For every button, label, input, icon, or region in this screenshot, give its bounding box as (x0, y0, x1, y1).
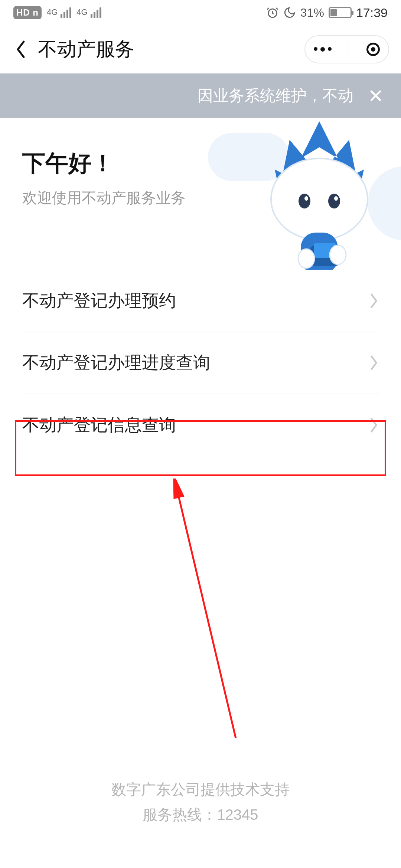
footer: 数字广东公司提供技术支持 服务热线：12345 (0, 777, 401, 827)
miniprogram-capsule (304, 35, 389, 63)
list-item-info-query[interactable]: 不动产登记信息查询 (22, 394, 379, 456)
chevron-right-icon (369, 293, 379, 309)
signal-2: 4G (76, 7, 101, 18)
signal-bars-icon (61, 7, 71, 18)
chevron-left-icon (15, 40, 27, 59)
svg-point-11 (298, 249, 314, 268)
close-icon (368, 88, 383, 103)
list-item-appointment[interactable]: 不动产登记办理预约 (22, 270, 379, 332)
notice-close-button[interactable] (368, 88, 383, 103)
list-item-label: 不动产登记办理进度查询 (22, 351, 210, 374)
status-right: 31% 17:39 (266, 6, 388, 20)
annotation-arrow (171, 479, 252, 746)
hero-banner: 下午好！ 欢迎使用不动产服务业务 (0, 118, 401, 270)
svg-point-4 (299, 194, 310, 208)
chevron-right-icon (369, 417, 379, 433)
svg-point-6 (304, 196, 308, 201)
notice-bar: 因业务系统维护，不动 (0, 73, 401, 118)
list-item-progress-query[interactable]: 不动产登记办理进度查询 (22, 332, 379, 394)
signal-1: 4G (47, 7, 71, 18)
title-bar: 不动产服务 (0, 25, 401, 73)
back-button[interactable] (13, 42, 28, 57)
status-bar: HD n 4G 4G 31% 17:39 (0, 0, 401, 25)
more-button[interactable] (314, 47, 332, 52)
status-left: HD n 4G 4G (13, 6, 101, 19)
page-title: 不动产服务 (38, 36, 134, 62)
svg-point-3 (271, 158, 368, 240)
list-item-label: 不动产登记办理预约 (22, 289, 176, 312)
battery-icon (329, 7, 352, 18)
service-list: 不动产登记办理预约 不动产登记办理进度查询 不动产登记信息查询 (0, 270, 401, 456)
svg-line-14 (176, 485, 236, 738)
signal-bars-icon (91, 7, 101, 18)
footer-provider: 数字广东公司提供技术支持 (0, 777, 401, 802)
footer-hotline: 服务热线：12345 (0, 802, 401, 827)
close-miniprogram-button[interactable] (366, 43, 380, 56)
battery-percent: 31% (300, 6, 324, 20)
notice-text: 因业务系统维护，不动 (198, 85, 353, 106)
hd-badge: HD n (13, 6, 42, 19)
chevron-right-icon (369, 355, 379, 371)
svg-point-7 (334, 196, 338, 201)
clock: 17:39 (356, 6, 388, 20)
alarm-icon (266, 6, 279, 19)
mascot-illustration (245, 118, 394, 270)
svg-point-5 (328, 194, 340, 208)
svg-point-12 (330, 245, 346, 264)
list-item-label: 不动产登记信息查询 (22, 414, 176, 437)
moon-icon (283, 6, 296, 19)
